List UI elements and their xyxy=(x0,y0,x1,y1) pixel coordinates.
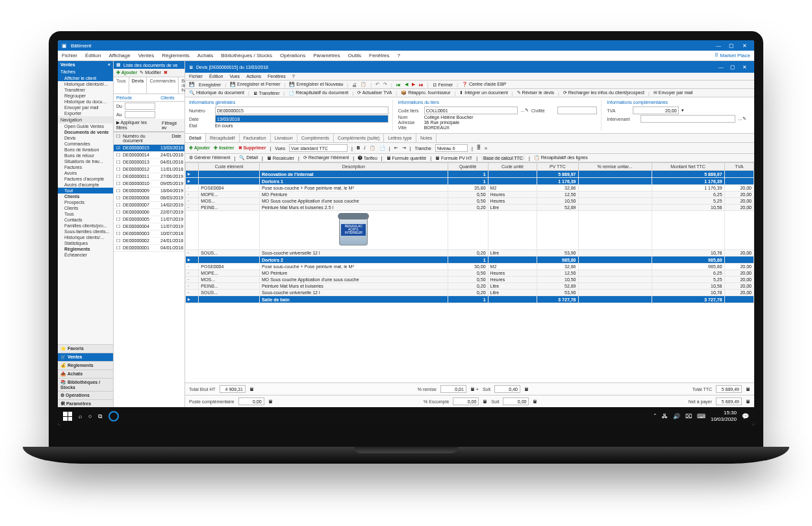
line-row[interactable]: · POSE0004 Pose sous-couche + Pose peint… xyxy=(186,264,754,270)
nav-section[interactable]: 🛠 Paramètres xyxy=(58,399,113,407)
nav-section[interactable]: 🛒 Ventes xyxy=(58,353,113,361)
doc-row[interactable]: ☐DE0000001304/01/2018 xyxy=(114,159,184,166)
civilite-input[interactable] xyxy=(557,106,597,114)
nav-doc-item[interactable]: Situations de trav... xyxy=(58,158,113,164)
nav-section[interactable]: ⚙ Opérations xyxy=(58,391,113,399)
nav-echeancer[interactable]: Échéancier xyxy=(58,252,113,258)
nav-prev-icon[interactable]: ◀ xyxy=(405,82,408,87)
line-row[interactable]: · MOS... MO Sous couche Application d'un… xyxy=(186,198,754,205)
menu-item[interactable]: ? xyxy=(398,53,400,58)
doc-row[interactable]: ☐DE0000000622/07/2019 xyxy=(114,209,184,216)
battery-icon[interactable]: ⌧ xyxy=(685,413,692,420)
nav-section[interactable]: 📚 Bibliothèques / Stocks xyxy=(58,378,113,391)
save-new-button[interactable]: 💾 Enregistrer et Nouveau xyxy=(289,82,343,87)
undo-icon[interactable]: ↶ xyxy=(375,82,379,87)
tab-devis[interactable]: Devis xyxy=(129,77,147,94)
bold-icon[interactable]: 𝗕 xyxy=(357,145,360,151)
nav-section[interactable]: ⭐ Favoris xyxy=(58,344,113,353)
nav-item[interactable]: Transférer xyxy=(58,87,113,93)
subtab-notes[interactable]: Notes xyxy=(416,134,437,142)
nav-doc-item[interactable]: Avoirs d'acompte xyxy=(58,182,113,188)
intervenant-input[interactable] xyxy=(641,115,735,123)
doc-row[interactable]: ☐DE0000001211/01/2018 xyxy=(114,166,184,173)
nav-item[interactable]: Historique clients/élém... xyxy=(58,81,113,87)
search-icon[interactable]: ⌕ xyxy=(79,413,82,420)
line-row[interactable]: · MOPE... MO Peinture 0,50 Heures 12,50 … xyxy=(186,270,754,277)
marketplace-link[interactable]: ⠿ Market Place xyxy=(715,53,750,58)
nav-doc-item[interactable]: Commandes xyxy=(58,141,113,147)
date-to-input[interactable] xyxy=(125,111,156,118)
line-row[interactable]: · SOUS... Sous-couche universelle 12 l 0… xyxy=(186,290,754,296)
copy-icon[interactable]: 📋 xyxy=(370,145,375,151)
revise-button[interactable]: ✎ Réviser le devis xyxy=(517,90,554,95)
edge-icon[interactable] xyxy=(108,411,119,421)
doc-row[interactable]: ☐DE0000000411/07/2019 xyxy=(114,223,184,231)
poste-comp[interactable]: 0,00 xyxy=(238,397,264,405)
doc-row[interactable]: ☑DE0000001513/03/2018 xyxy=(114,145,184,152)
doc-row[interactable]: ☐DE0000001424/01/2018 xyxy=(114,152,184,159)
menu-item[interactable]: Outils xyxy=(348,53,361,58)
recap-lines-button[interactable]: 📋 Récapitulatif des lignes xyxy=(534,155,588,160)
nav-doc-item[interactable]: Devis xyxy=(58,135,113,141)
line-row[interactable]: ▸ Dortoirs 1 1 1 176,39 1 176,39 xyxy=(186,178,754,185)
col-header[interactable]: Code unité xyxy=(488,163,537,171)
col-header[interactable] xyxy=(186,163,199,171)
col-header[interactable]: Description xyxy=(259,163,448,171)
transfer-button[interactable]: 🗎 Transférer xyxy=(253,91,280,95)
nav-client-item[interactable]: Clients xyxy=(58,205,113,211)
menu-item[interactable]: Achats xyxy=(197,53,213,58)
formula-pv-button[interactable]: 🖩 Formule PV HT xyxy=(435,156,472,160)
reload-element-button[interactable]: ⟳ Recharger l'élément xyxy=(303,155,349,160)
subtab-lettres[interactable]: Lettres type xyxy=(384,134,416,142)
generate-element-button[interactable]: ⚙ Générer l'élément xyxy=(189,155,230,160)
nav-next-icon[interactable]: ▶ xyxy=(412,82,415,87)
save-icon[interactable]: 💾 xyxy=(189,82,195,87)
nav-client-item[interactable]: Sous-familles clients... xyxy=(58,229,113,234)
line-add-button[interactable]: ✚ Ajouter xyxy=(189,145,210,151)
nav-section[interactable]: 📥 Achats xyxy=(58,369,113,378)
remise-input[interactable]: 0,01 xyxy=(440,385,466,393)
subtab-fact[interactable]: Facturation xyxy=(240,134,271,142)
notifications-icon[interactable]: 💬 xyxy=(742,413,749,420)
menu-item[interactable]: Paramètres xyxy=(313,53,340,58)
history-button[interactable]: 🔍 Historique du document xyxy=(189,90,244,95)
maximize-button[interactable]: ▢ xyxy=(726,42,737,49)
tab-tous[interactable]: Tous xyxy=(114,77,129,94)
save-button[interactable]: Enregistrer xyxy=(199,82,221,87)
lookup-icon[interactable]: …✎ xyxy=(738,116,746,121)
dropdown-icon[interactable]: ▾ xyxy=(681,108,684,113)
collapse-icon[interactable]: « xyxy=(108,62,110,67)
line-row[interactable]: · PEIN0... Peinture Mat Murs et boiserie… xyxy=(186,205,754,211)
nav-open-guide[interactable]: Open Guide Ventes xyxy=(58,123,113,129)
nav-doc-item[interactable]: Bons de livraison xyxy=(58,147,113,153)
print-icon[interactable]: 🖨 xyxy=(352,82,357,87)
integrate-button[interactable]: ⬇ Intégrer un document xyxy=(459,90,508,95)
italic-icon[interactable]: 𝘐 xyxy=(364,145,366,151)
devis-menu-item[interactable]: Actions xyxy=(246,74,261,79)
line-row[interactable]: · POSE0004 Pose sous-couche + Pose peint… xyxy=(186,185,754,192)
lookup-icon[interactable]: …✎ xyxy=(520,108,529,113)
subtab-livr[interactable]: Livraison xyxy=(271,134,298,142)
nav-first-icon[interactable]: ⏮ xyxy=(396,82,401,87)
nav-doc-item[interactable]: Bons de retour xyxy=(58,153,113,158)
nav-doc-item[interactable]: Factures xyxy=(58,164,113,170)
menu-item[interactable]: Fenêtres xyxy=(369,53,390,58)
doc-row[interactable]: ☐DE0000000918/04/2019 xyxy=(114,188,184,195)
nav-client-item[interactable]: Contacts xyxy=(58,217,113,223)
line-row[interactable]: ▸ Salle de bain 1 3 727,78 3 727,78 xyxy=(186,296,754,303)
doc-row[interactable]: ☐DE0000001009/05/2019 xyxy=(114,181,184,188)
subtab-detail[interactable]: Détail xyxy=(185,134,206,142)
col-header[interactable]: % remise unitar... xyxy=(578,163,652,171)
volume-icon[interactable]: 🔊 xyxy=(673,413,680,420)
line-delete-button[interactable]: ✖ Supprimer xyxy=(238,145,266,151)
line-insert-button[interactable]: ✚ Insérer xyxy=(214,145,234,151)
tva-input[interactable]: 20,00 xyxy=(633,106,678,114)
col-header[interactable]: TVA xyxy=(724,163,754,171)
menu-item[interactable]: Édition xyxy=(85,53,101,58)
collapse-all-icon[interactable]: ≡ xyxy=(485,146,487,151)
numero-input[interactable]: DE00000015 xyxy=(215,106,388,114)
save-close-button[interactable]: 💾 Enregistrer et Fermer xyxy=(230,82,280,87)
nav-item[interactable]: Envoyer par mail xyxy=(58,105,113,110)
delete-button[interactable]: ✖ xyxy=(164,70,168,75)
devis-menu-item[interactable]: Vues xyxy=(229,74,240,79)
